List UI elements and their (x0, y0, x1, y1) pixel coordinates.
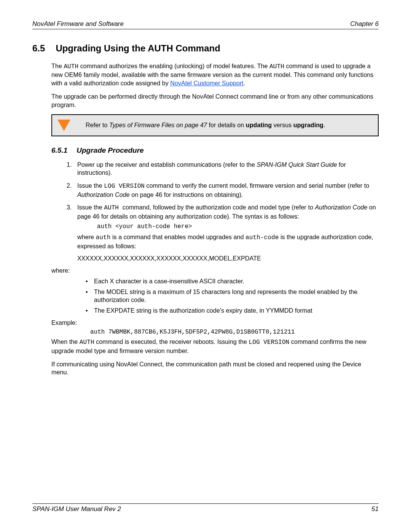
text: command is executed, the receiver reboot… (94, 338, 249, 345)
intro-paragraph-2: The upgrade can be performed directly th… (51, 93, 379, 109)
cross-reference: Authorization Code (315, 204, 367, 211)
inline-code: AUTH (104, 204, 123, 211)
footer-page-number: 51 (371, 505, 379, 513)
auth-code-pattern: XXXXXX,XXXXXX,XXXXXX,XXXXXX,XXXXXX,MODEL… (77, 254, 379, 263)
syntax-code: auth <your auth-code here> (97, 223, 379, 231)
inline-code: LOG VERSION (249, 339, 289, 346)
note-callout: Refer to Types of Firmware Files on page… (51, 114, 379, 136)
cross-reference: SPAN-IGM Quick Start Guide (256, 161, 337, 168)
text: Issue the (77, 182, 104, 189)
list-item: The MODEL string is a maximum of 15 char… (86, 288, 379, 304)
closing-paragraph-1: When the AUTH command is executed, the r… (51, 338, 379, 355)
text: command to verify the current model, fir… (145, 182, 369, 189)
list-item: Each X character is a case-insensitive A… (86, 277, 379, 286)
customer-support-link[interactable]: NovAtel Customer Support (170, 80, 244, 86)
procedure-step-3: Issue the AUTH command, followed by the … (73, 203, 379, 262)
text: for details on (207, 121, 246, 128)
text: is a command that enables model upgrades… (110, 233, 245, 240)
example-label: Example: (51, 319, 379, 326)
cross-reference: Authorization Code (77, 191, 130, 198)
subsection-heading: 6.5.1Upgrade Procedure (51, 146, 379, 155)
intro-paragraph-1: The AUTH command authorizes the enabling… (51, 62, 379, 87)
svg-marker-0 (57, 120, 70, 131)
running-header: NovAtel Firmware and Software Chapter 6 (32, 20, 379, 29)
where-bullet-list: Each X character is a case-insensitive A… (51, 277, 379, 315)
text: on page 46 for instructions on obtaining… (130, 191, 243, 198)
running-footer: SPAN-IGM User Manual Rev 2 51 (32, 503, 379, 513)
section-number: 6.5 (32, 43, 45, 54)
closing-paragraph-2: If communicating using NovAtel Connect, … (51, 360, 379, 377)
subsection-number: 6.5.1 (51, 146, 67, 155)
section-heading: 6.5Upgrading Using the AUTH Command (32, 43, 379, 54)
text: command authorizes the enabling (unlocki… (78, 62, 269, 69)
header-left: NovAtel Firmware and Software (32, 20, 124, 28)
section-body: The AUTH command authorizes the enabling… (51, 62, 379, 377)
text: Power up the receiver and establish comm… (77, 161, 256, 168)
warning-triangle-icon (57, 120, 70, 131)
list-item: The EXPDATE string is the authorization … (86, 307, 379, 315)
text: When the (51, 338, 80, 345)
where-explanation: where auth is a command that enables mod… (77, 233, 379, 250)
text: Refer to (86, 121, 109, 128)
term-updating: updating (246, 121, 272, 128)
term-upgrading: upgrading (293, 121, 323, 128)
text: . (323, 121, 325, 128)
inline-code: AUTH (80, 339, 94, 346)
footer-left: SPAN-IGM User Manual Rev 2 (32, 505, 121, 513)
procedure-step-1: Power up the receiver and establish comm… (73, 161, 379, 177)
procedure-list: Power up the receiver and establish comm… (51, 161, 379, 262)
text: versus (272, 121, 293, 128)
inline-code: LOG VERSION (104, 183, 145, 190)
text: command, followed by the authorization c… (123, 204, 315, 211)
inline-code: AUTH (269, 63, 284, 70)
section-title: Upgrading Using the AUTH Command (56, 43, 220, 53)
text: . (244, 80, 245, 86)
inline-code: auth (96, 234, 111, 241)
text: where (77, 233, 96, 240)
inline-code: auth-code (245, 234, 279, 241)
cross-reference: Types of Firmware Files on page 47 (109, 121, 207, 128)
note-text: Refer to Types of Firmware Files on page… (86, 121, 325, 129)
page: NovAtel Firmware and Software Chapter 6 … (0, 0, 411, 532)
text: Issue the (77, 204, 104, 211)
text: The (51, 62, 64, 69)
subsection-title: Upgrade Procedure (76, 146, 143, 154)
inline-code: AUTH (64, 63, 78, 70)
example-code: auth 7WBMBK,887CB6,K5J3FH,5DF5P2,42PW8G,… (90, 329, 379, 335)
header-right: Chapter 6 (350, 20, 379, 28)
procedure-step-2: Issue the LOG VERSION command to verify … (73, 182, 379, 199)
where-label: where: (51, 267, 379, 274)
